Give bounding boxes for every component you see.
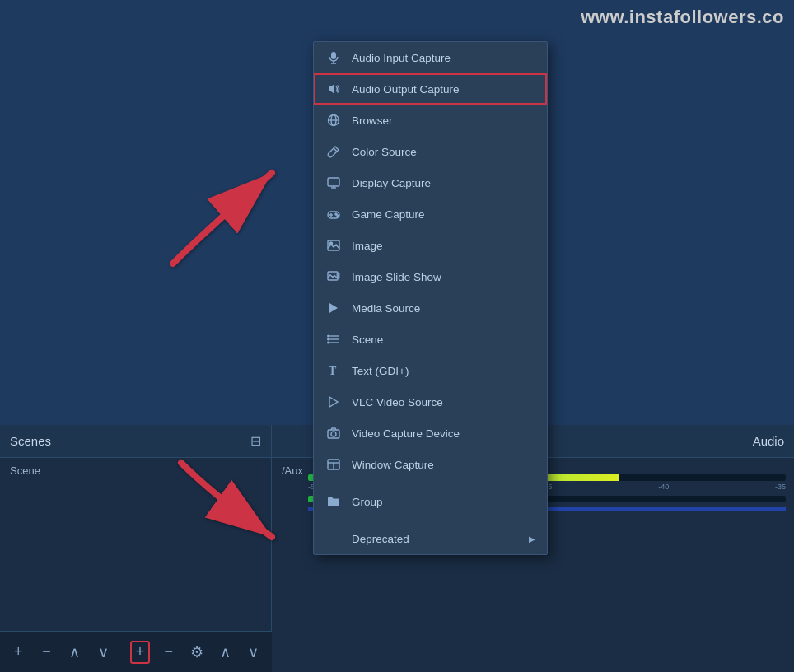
menu-item-label: Text (GDI+) [352, 365, 535, 377]
menu-item-label: Scene [352, 334, 535, 346]
arrow-down-right-indicator [165, 446, 297, 565]
move-scene-up-button[interactable]: ∧ [65, 641, 85, 664]
meter-label-4: -40 [658, 483, 669, 491]
svg-point-27 [327, 338, 329, 341]
svg-point-32 [331, 432, 336, 436]
menu-divider [314, 483, 547, 483]
speaker-icon [325, 81, 342, 97]
menu-item-label: Color Source [352, 146, 535, 158]
svg-rect-2 [331, 52, 336, 59]
audio-title: Audio [753, 434, 784, 448]
submenu-arrow-icon: ▶ [529, 534, 535, 544]
scenes-toolbar: + − ∧ ∨ + − ⚙ ∧ ∨ [0, 631, 272, 672]
move-scene-down-button[interactable]: ∨ [93, 641, 113, 664]
folder-icon [325, 493, 342, 510]
menu-item-video-capture[interactable]: Video Capture Device [314, 418, 547, 449]
add-scene-button[interactable]: + [8, 641, 28, 664]
svg-point-17 [337, 215, 339, 217]
menu-item-media-source[interactable]: Media Source [314, 292, 547, 324]
menu-item-browser[interactable]: Browser [314, 105, 547, 136]
svg-point-16 [335, 213, 337, 215]
menu-item-scene[interactable]: Scene [314, 324, 547, 355]
arrow-icon [325, 530, 342, 547]
svg-marker-22 [329, 303, 338, 313]
menu-item-label: Game Capture [352, 208, 535, 221]
move-source-up-button[interactable]: ∧ [215, 641, 235, 664]
arrow-up-right-indicator [156, 148, 305, 283]
menu-item-label: Browser [352, 114, 535, 127]
play-icon [325, 300, 342, 316]
camera-icon [325, 425, 342, 441]
context-menu: Audio Input CaptureAudio Output CaptureB… [313, 41, 548, 555]
remove-source-button[interactable]: − [158, 641, 178, 664]
move-source-down-button[interactable]: ∨ [244, 641, 264, 664]
menu-item-display-capture[interactable]: Display Capture [314, 167, 547, 198]
menu-item-window-capture[interactable]: Window Capture [314, 449, 547, 480]
svg-point-19 [330, 242, 333, 245]
meter-label-5: -35 [775, 483, 786, 491]
menu-item-label: Image Slide Show [352, 271, 535, 283]
image-icon [325, 237, 342, 254]
menu-item-audio-input[interactable]: Audio Input Capture [314, 42, 547, 73]
menu-item-audio-output[interactable]: Audio Output Capture [314, 73, 547, 105]
menu-item-label: Image [352, 240, 535, 252]
svg-rect-21 [337, 273, 339, 278]
menu-item-image-slide-show[interactable]: Image Slide Show [314, 261, 547, 292]
menu-item-vlc-video[interactable]: VLC Video Source [314, 386, 547, 418]
mic-icon [325, 49, 342, 66]
menu-item-label: Video Capture Device [352, 427, 535, 440]
menu-item-deprecated[interactable]: Deprecated▶ [314, 523, 547, 554]
watermark: www.instafollowers.co [581, 7, 784, 28]
list-icon [325, 331, 342, 348]
menu-item-label: Group [352, 496, 535, 508]
svg-rect-10 [328, 178, 339, 186]
brush-icon [325, 143, 342, 160]
menu-item-text-gdi[interactable]: TText (GDI+) [314, 355, 547, 386]
remove-scene-button[interactable]: − [36, 641, 56, 664]
globe-icon [325, 112, 342, 128]
scenes-title: Scenes [10, 434, 51, 448]
svg-marker-5 [329, 84, 334, 94]
play-outline-icon [325, 394, 342, 410]
menu-item-label: Media Source [352, 302, 535, 315]
monitor-icon [325, 175, 342, 191]
svg-line-9 [334, 148, 337, 152]
svg-text:T: T [329, 365, 337, 377]
source-settings-button[interactable]: ⚙ [187, 641, 207, 664]
window-icon [325, 456, 342, 473]
text-icon: T [325, 362, 342, 379]
menu-item-label: VLC Video Source [352, 396, 535, 408]
menu-item-group[interactable]: Group [314, 486, 547, 517]
svg-point-26 [327, 335, 329, 338]
menu-item-color-source[interactable]: Color Source [314, 136, 547, 167]
svg-point-28 [327, 342, 329, 344]
menu-item-label: Window Capture [352, 459, 535, 471]
slideshow-icon [325, 268, 342, 285]
menu-item-label: Audio Output Capture [352, 83, 535, 96]
gamepad-icon [325, 206, 342, 222]
menu-item-image[interactable]: Image [314, 230, 547, 261]
menu-item-label: Deprecated [352, 533, 519, 545]
svg-marker-30 [329, 397, 338, 407]
menu-divider [314, 520, 547, 520]
menu-item-label: Audio Input Capture [352, 52, 535, 64]
menu-item-label: Display Capture [352, 177, 535, 189]
menu-item-game-capture[interactable]: Game Capture [314, 198, 547, 230]
add-source-button[interactable]: + [130, 641, 151, 664]
